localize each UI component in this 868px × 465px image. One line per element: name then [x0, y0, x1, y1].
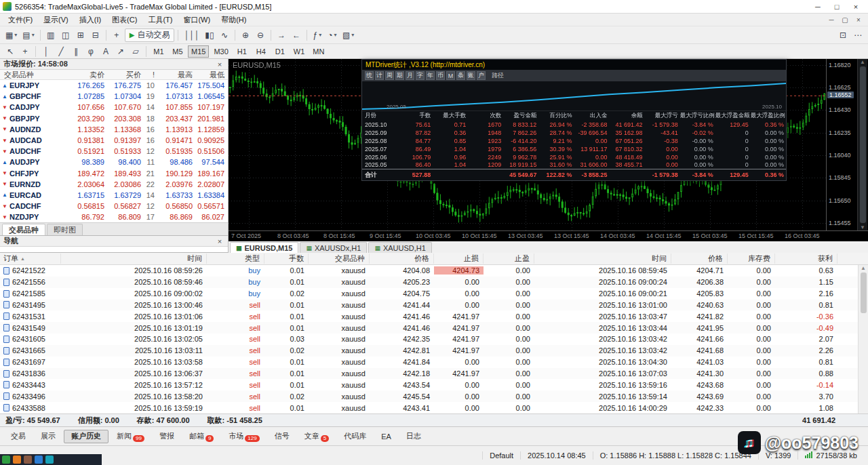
cursor-button[interactable]: ↖	[3, 45, 17, 58]
market-watch-col-4[interactable]: 最高	[157, 70, 195, 80]
market-watch-row-AUDJPY[interactable]: ▲AUDJPY98.38998.4001198.48697.544	[0, 157, 228, 167]
chart-vertical-scrollbar[interactable]: ▲ ▼	[857, 59, 867, 230]
market-watch-col-3[interactable]: !	[144, 70, 157, 79]
history-col-5[interactable]: 价格	[370, 254, 434, 264]
timeframe-M5[interactable]: M5	[169, 45, 186, 58]
minimize-button[interactable]: ─	[808, 1, 827, 13]
arrow-tool-button[interactable]: ↗	[114, 45, 127, 58]
history-col-1[interactable]: 时间	[61, 254, 207, 264]
market-watch-row-AUDNZD[interactable]: ▼AUDNZD1.133521.13368161.139131.12859	[0, 124, 228, 135]
market-watch-row-AUDCAD[interactable]: ▼AUDCAD0.913810.91397160.914710.90925	[0, 135, 228, 146]
chart-shift-button[interactable]: ←	[290, 28, 303, 42]
order-row-62433588[interactable]: 624335882025.10.16 13:59:19sell0.01xauus…	[0, 402, 868, 413]
order-row-62421585[interactable]: 624215852025.10.16 09:00:02buy0.02xauusd…	[0, 288, 868, 300]
toolbox-toggle-button[interactable]: ⊟	[89, 28, 102, 42]
autotrading-button[interactable]: ▶自动交易	[125, 28, 175, 42]
tab-代码库[interactable]: 代码库	[337, 430, 373, 443]
tab-EA[interactable]: EA	[374, 430, 398, 443]
zoom-out-button[interactable]: ⊖	[254, 28, 267, 42]
trendline-button[interactable]: ╱	[54, 45, 68, 58]
tab-文章[interactable]: 文章5	[298, 430, 336, 443]
market-watch-tab-交易品种[interactable]: 交易品种	[2, 224, 45, 235]
channel-button[interactable]: ∥	[69, 45, 83, 58]
line-chart-button[interactable]: ∿	[218, 28, 231, 42]
toolbar-more-button[interactable]: ⋯	[851, 28, 865, 42]
market-watch-tab-即时图[interactable]: 即时图	[47, 224, 83, 235]
close-button[interactable]: ×	[846, 1, 865, 13]
market-watch-toggle-button[interactable]: ▥	[44, 28, 58, 42]
menu-item-工具(T)[interactable]: 工具(T)	[142, 14, 178, 26]
market-watch-row-AUDCHF[interactable]: ▼AUDCHF0.519210.51933120.519350.51506	[0, 146, 228, 157]
scrollbar-thumb[interactable]	[861, 272, 867, 313]
mtdriver-menu-币[interactable]: 币	[436, 71, 445, 80]
history-col-11[interactable]: 获利	[775, 254, 837, 264]
chart-tab-XAUUSDx,H1[interactable]: ▦XAUUSDx,H1	[300, 242, 367, 253]
menu-item-显示(V)[interactable]: 显示(V)	[38, 14, 74, 26]
timeframe-M1[interactable]: M1	[150, 45, 167, 58]
fullscreen-button[interactable]: ⊡	[836, 28, 850, 42]
market-watch-row-EURCAD[interactable]: ▲EURCAD1.637151.63729141.637331.63384	[0, 190, 228, 201]
timeframe-H4[interactable]: H4	[252, 45, 270, 58]
tab-新闻[interactable]: 新闻99	[110, 430, 151, 443]
periods-button[interactable]: ◔▾	[326, 28, 339, 42]
timeframe-M30[interactable]: M30	[210, 45, 231, 58]
mtdriver-menu-账[interactable]: 账	[467, 71, 475, 80]
mtdriver-titlebar[interactable]: MTDriver统计 ,V3.12 (http://mtdriver.cn)	[362, 60, 786, 70]
zoom-in-button[interactable]: ⊕	[239, 28, 252, 42]
history-col-2[interactable]: 类型	[207, 254, 264, 264]
market-watch-row-CADCHF[interactable]: ▼CADCHF0.568150.56827120.568500.56571	[0, 201, 228, 211]
vertical-line-button[interactable]: │	[39, 45, 53, 58]
child-minimize-button[interactable]: ─	[825, 16, 838, 24]
history-col-10[interactable]: 库存费	[728, 254, 775, 264]
mtdriver-menu-年[interactable]: 年	[426, 71, 435, 80]
order-row-62433496[interactable]: 624334962025.10.16 13:58:20sell0.02xauus…	[0, 390, 868, 402]
menu-item-图表(C)[interactable]: 图表(C)	[106, 14, 142, 26]
tab-交易[interactable]: 交易	[4, 430, 33, 443]
history-col-7[interactable]: 止盈	[484, 254, 534, 264]
child-restore-button[interactable]: ▢	[838, 16, 852, 24]
mtdriver-menu-M[interactable]: M	[446, 71, 455, 80]
tab-邮箱[interactable]: 邮箱9	[182, 430, 220, 443]
shapes-button[interactable]: ▱	[129, 45, 142, 58]
new-order-button[interactable]: +	[110, 28, 123, 42]
order-row-62433443[interactable]: 624334432025.10.16 13:57:12sell0.01xauus…	[0, 379, 868, 390]
timeframe-H1[interactable]: H1	[233, 45, 251, 58]
templates-button[interactable]: ▧▾	[340, 28, 356, 42]
market-watch-row-GBPJPY[interactable]: ▼GBPJPY203.290203.30818203.437201.981	[0, 113, 228, 124]
taskbar-icon-4[interactable]	[45, 456, 54, 464]
mtdriver-path-label[interactable]: 路径	[492, 71, 504, 80]
timeframe-MN[interactable]: MN	[309, 45, 328, 58]
child-close-button[interactable]: ×	[852, 16, 865, 24]
market-watch-row-EURNZD[interactable]: ▼EURNZD2.030642.03086222.039762.02807	[0, 179, 228, 190]
mtdriver-menu-户[interactable]: 户	[477, 71, 486, 80]
taskbar-icon-1[interactable]	[13, 456, 21, 464]
menu-item-文件(F)[interactable]: 文件(F)	[3, 14, 38, 26]
order-row-62431665[interactable]: 624316652025.10.16 13:03:11sell0.02xauus…	[0, 345, 868, 357]
indicators-button[interactable]: ƒ▾	[311, 28, 324, 42]
chart-tab-XAUUSD,H1[interactable]: ▦XAUUSD,H1	[368, 242, 431, 253]
menu-item-帮助(H)[interactable]: 帮助(H)	[216, 14, 252, 26]
tab-市场[interactable]: 市场129	[222, 430, 266, 443]
mtdriver-menu-计[interactable]: 计	[375, 71, 384, 80]
navigator-toggle-button[interactable]: ⊞	[74, 28, 87, 42]
timeframe-D1[interactable]: D1	[271, 45, 289, 58]
tab-警报[interactable]: 警报	[153, 430, 181, 443]
chart-tab-EURUSD,M15[interactable]: ▦EURUSD,M15	[230, 242, 298, 253]
taskbar-icon-3[interactable]	[35, 456, 43, 464]
mtdriver-menu-字[interactable]: 字	[416, 71, 425, 80]
market-watch-close-icon[interactable]: ×	[215, 60, 224, 68]
market-watch-row-CHFJPY[interactable]: ▼CHFJPY189.472189.49321190.129189.167	[0, 168, 228, 179]
market-watch-row-EURJPY[interactable]: ▲EURJPY176.265176.27510176.457175.504	[0, 80, 228, 91]
data-window-button[interactable]: ◫	[59, 28, 73, 42]
status-profile[interactable]: Default	[482, 451, 520, 460]
fibonacci-button[interactable]: φ	[84, 45, 98, 58]
navigator-close-icon[interactable]: ×	[215, 237, 224, 245]
market-watch-col-2[interactable]: 买价	[107, 70, 144, 80]
taskbar-icon-2[interactable]	[24, 456, 32, 464]
market-watch-row-GBPCHF[interactable]: ▲GBPCHF1.072851.07304191.073131.06545	[0, 91, 228, 102]
auto-scroll-button[interactable]: →	[275, 28, 288, 42]
mtdriver-menu-条[interactable]: 条	[456, 71, 465, 80]
maximize-button[interactable]: □	[827, 1, 846, 13]
history-col-4[interactable]: 交易品种	[309, 254, 370, 264]
tab-账户历史[interactable]: 账户历史	[64, 430, 108, 443]
